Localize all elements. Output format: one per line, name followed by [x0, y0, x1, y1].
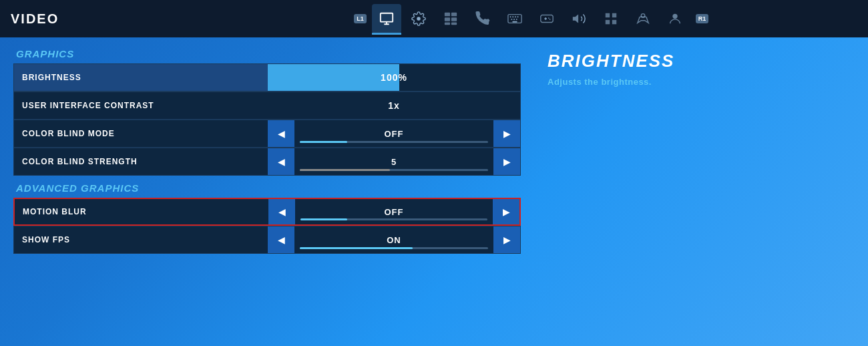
audio-nav-btn[interactable]: [564, 4, 594, 33]
motion-blur-value-box: OFF: [295, 199, 493, 224]
user-icon: [668, 11, 682, 26]
audio-icon: [572, 11, 586, 26]
svg-rect-23: [606, 20, 610, 24]
svg-rect-5: [445, 23, 450, 25]
svg-rect-0: [381, 13, 393, 22]
svg-rect-24: [612, 20, 616, 24]
info-description: Adjusts the brightness.: [548, 77, 855, 87]
grid-icon: [604, 11, 618, 26]
color-blind-mode-left-btn[interactable]: ◀: [268, 120, 294, 147]
motion-blur-value: OFF: [385, 207, 404, 217]
controller-nav-btn[interactable]: [628, 4, 658, 33]
gear-icon: [411, 11, 426, 26]
svg-marker-20: [573, 15, 578, 23]
controller-icon2: [636, 11, 650, 26]
color-blind-strength-control: ◀ 5 ▶: [268, 148, 520, 175]
svg-rect-22: [612, 13, 616, 17]
phone-icon: [475, 11, 490, 26]
keyboard-icon: [507, 11, 522, 26]
motion-blur-right-btn[interactable]: ▶: [493, 199, 519, 224]
display-nav-btn[interactable]: [436, 4, 465, 33]
motion-blur-row: MOTION BLUR ◀ OFF ▶: [13, 198, 521, 226]
gear-nav-btn[interactable]: [404, 4, 433, 33]
motion-blur-label: MOTION BLUR: [15, 207, 268, 216]
motion-blur-control: ◀ OFF ▶: [268, 199, 519, 224]
top-bar: VIDEO L1: [0, 0, 868, 37]
monitor-nav-btn[interactable]: [372, 4, 401, 33]
ui-contrast-row: USER INTERFACE CONTRAST 1x: [13, 92, 521, 120]
nav-badge-r1: R1: [692, 4, 711, 33]
svg-point-19: [550, 19, 551, 20]
color-blind-strength-right-btn[interactable]: ▶: [493, 148, 520, 175]
display-icon: [443, 11, 458, 26]
color-blind-mode-label: COLOR BLIND MODE: [14, 129, 268, 138]
ui-contrast-label: USER INTERFACE CONTRAST: [14, 101, 268, 110]
monitor-icon: [379, 11, 394, 26]
gamepad-nav-btn[interactable]: [532, 4, 562, 33]
user-nav-btn[interactable]: [660, 4, 690, 33]
color-blind-strength-left-btn[interactable]: ◀: [268, 148, 294, 175]
ui-contrast-value: 1x: [388, 100, 400, 111]
advanced-graphics-section: ADVANCED GRAPHICS MOTION BLUR ◀ OFF ▶: [13, 182, 521, 254]
color-blind-mode-track: [300, 141, 488, 143]
gamepad-icon: [539, 11, 554, 26]
svg-rect-4: [451, 17, 457, 21]
nav-icons: L1: [351, 4, 711, 33]
svg-point-18: [548, 17, 550, 19]
phone-nav-btn[interactable]: [468, 4, 497, 33]
graphics-section-header: GRAPHICS: [13, 48, 521, 59]
color-blind-mode-fill: [300, 141, 347, 143]
color-blind-mode-control: ◀ OFF ▶: [268, 120, 520, 147]
show-fps-row: SHOW FPS ◀ ON ▶: [13, 226, 521, 254]
color-blind-mode-value: OFF: [385, 129, 404, 139]
svg-rect-21: [606, 13, 610, 17]
keyboard-nav-btn[interactable]: [500, 4, 529, 33]
svg-point-26: [673, 14, 678, 19]
brightness-label: BRIGHTNESS: [14, 73, 268, 82]
color-blind-strength-value: 5: [391, 157, 397, 167]
motion-blur-fill: [300, 218, 347, 220]
advanced-graphics-section-header: ADVANCED GRAPHICS: [13, 182, 521, 194]
info-title: BRIGHTNESS: [548, 51, 855, 71]
grid-nav-btn[interactable]: [596, 4, 626, 33]
color-blind-strength-value-box: 5: [294, 148, 493, 175]
show-fps-right-btn[interactable]: ▶: [493, 226, 520, 253]
right-panel: BRIGHTNESS Adjusts the brightness.: [521, 48, 855, 335]
page-title: VIDEO: [11, 11, 59, 27]
show-fps-label: SHOW FPS: [14, 235, 268, 244]
svg-rect-3: [445, 17, 450, 21]
color-blind-mode-value-box: OFF: [294, 120, 493, 147]
ui-contrast-control[interactable]: 1x: [268, 92, 520, 119]
show-fps-control: ◀ ON ▶: [268, 226, 520, 253]
brightness-control[interactable]: 100%: [268, 64, 520, 91]
left-panel: GRAPHICS BRIGHTNESS 100% USER INTERFACE …: [13, 48, 521, 335]
brightness-row: BRIGHTNESS 100%: [13, 63, 521, 92]
show-fps-value-box: ON: [294, 226, 493, 253]
show-fps-track: [300, 247, 488, 249]
main-content: GRAPHICS BRIGHTNESS 100% USER INTERFACE …: [0, 37, 868, 346]
color-blind-mode-row: COLOR BLIND MODE ◀ OFF ▶: [13, 120, 521, 148]
svg-rect-1: [445, 13, 450, 17]
color-blind-strength-track: [300, 169, 488, 171]
svg-rect-2: [451, 13, 457, 17]
nav-badge-l1: L1: [351, 4, 369, 33]
svg-rect-6: [451, 23, 457, 25]
show-fps-left-btn[interactable]: ◀: [268, 226, 294, 253]
color-blind-mode-right-btn[interactable]: ▶: [493, 120, 520, 147]
show-fps-fill: [300, 247, 413, 249]
color-blind-strength-row: COLOR BLIND STRENGTH ◀ 5 ▶: [13, 148, 521, 176]
color-blind-strength-fill: [300, 169, 390, 171]
color-blind-strength-label: COLOR BLIND STRENGTH: [14, 157, 268, 166]
motion-blur-track: [300, 218, 487, 220]
show-fps-value: ON: [387, 235, 401, 245]
brightness-value: 100%: [268, 72, 520, 83]
motion-blur-left-btn[interactable]: ◀: [268, 199, 295, 224]
